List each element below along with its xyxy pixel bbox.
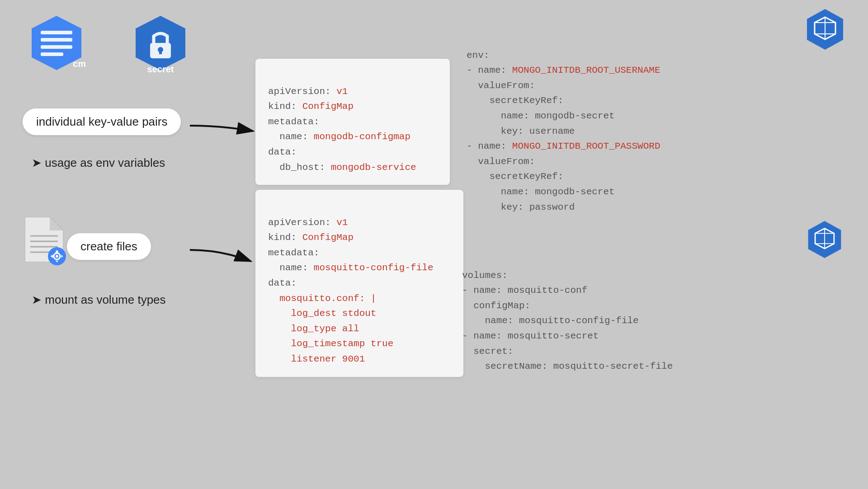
volumes-card: volumes: - name: mosquitto-conf configMa… [448,242,800,385]
configmap-code-card: apiVersion: v1 kind: ConfigMap metadata:… [255,59,450,185]
arrow-bottom [0,0,280,316]
env-vars-card: env: - name: MONGO_INITDB_ROOT_USERNAME … [452,22,805,226]
cube-icon-bottom [802,217,847,264]
cube-icon-top [800,5,850,56]
mosquitto-configmap-card: apiVersion: v1 kind: ConfigMap metadata:… [255,190,463,377]
